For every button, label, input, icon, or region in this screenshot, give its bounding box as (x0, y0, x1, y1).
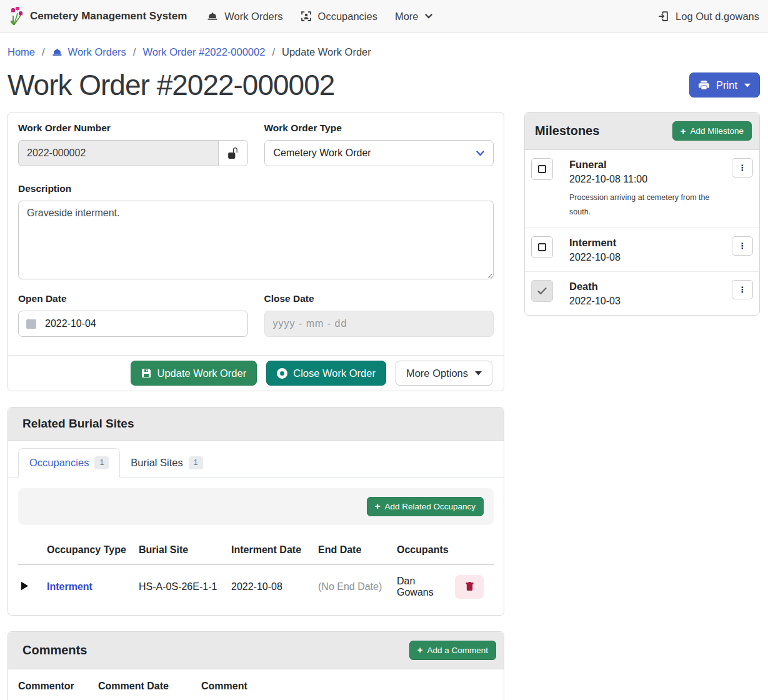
update-work-order-button[interactable]: Update Work Order (131, 361, 257, 386)
milestone-content: Funeral 2022-10-08 11:00 Procession arri… (569, 158, 716, 219)
open-date-input[interactable] (18, 311, 248, 337)
description-textarea[interactable]: Graveside interment. (18, 201, 494, 279)
milestone-description: Procession arriving at cemetery from the… (569, 191, 714, 219)
kebab-icon (739, 241, 747, 251)
milestone-content: Death 2022-10-03 (569, 280, 716, 307)
breadcrumb-work-order[interactable]: Work Order #2022-000002 (142, 46, 265, 58)
kebab-icon (739, 163, 747, 172)
breadcrumb-work-orders[interactable]: Work Orders (52, 46, 126, 58)
add-related-occupancy-label: Add Related Occupancy (384, 502, 476, 511)
milestone-title: Death (569, 281, 716, 292)
work-order-type-select[interactable]: Cemetery Work Order (264, 140, 494, 166)
page-title: Work Order #2022-000002 (7, 68, 334, 102)
close-label: Close Work Order (293, 368, 376, 379)
checkbox-unchecked-icon (538, 243, 546, 251)
work-order-number-input[interactable] (18, 140, 218, 166)
breadcrumb-home[interactable]: Home (7, 46, 35, 58)
more-options-label: More Options (406, 368, 468, 379)
delete-occupancy-button[interactable] (455, 575, 484, 599)
column-header: Occupancy Type (47, 536, 139, 564)
nav-occupancies[interactable]: Occupancies (292, 6, 386, 28)
add-milestone-button[interactable]: Add Milestone (672, 121, 752, 141)
related-burial-sites-card: Related Burial Sites Occupancies 1 Buria… (7, 407, 504, 616)
table-header-row: Commentor Comment Date Comment (18, 672, 494, 700)
check-icon (537, 286, 547, 296)
add-comment-label: Add a Comment (427, 646, 488, 655)
page-header: Work Order #2022-000002 Print (0, 64, 768, 112)
column-header: Comment Date (98, 672, 201, 700)
unlock-button[interactable] (218, 140, 248, 166)
app-title: Cemetery Management System (30, 10, 187, 22)
save-icon (141, 368, 151, 378)
nav-label: Work Orders (224, 11, 282, 22)
milestones-card: Milestones Add Milestone Funeral 2022-10… (524, 112, 760, 316)
open-date-label: Open Date (18, 293, 248, 304)
person-badge-icon (301, 11, 312, 22)
work-order-number-group (18, 140, 248, 166)
interment-date-cell: 2022-10-08 (231, 564, 318, 609)
plus-icon (681, 126, 686, 136)
milestone-date: 2022-10-03 (569, 296, 716, 307)
print-button[interactable]: Print (689, 72, 760, 98)
caret-down-icon (475, 371, 482, 376)
milestones-header: Milestones Add Milestone (525, 112, 759, 150)
app-brand[interactable]: Cemetery Management System (9, 7, 187, 26)
breadcrumb-separator (133, 46, 136, 58)
play-icon (21, 581, 29, 591)
column-header: Occupants (397, 536, 455, 564)
add-related-occupancy-button[interactable]: Add Related Occupancy (367, 497, 484, 516)
milestone-checkbox[interactable] (531, 158, 553, 180)
milestone-content: Interment 2022-10-08 (569, 236, 716, 263)
milestone-title: Interment (569, 237, 716, 249)
checkbox-unchecked-icon (538, 165, 546, 173)
plus-icon (417, 645, 423, 655)
nav-work-orders[interactable]: Work Orders (198, 6, 291, 28)
nav-label: More (395, 11, 419, 22)
nav-more[interactable]: More (386, 6, 441, 28)
expand-row-button[interactable] (18, 580, 31, 594)
tab-label: Burial Sites (131, 457, 182, 469)
close-date-input[interactable] (264, 311, 494, 337)
close-work-order-button[interactable]: Close Work Order (266, 361, 386, 386)
column-header: Burial Site (139, 536, 231, 564)
related-title: Related Burial Sites (22, 417, 489, 431)
add-milestone-label: Add Milestone (690, 126, 744, 136)
update-label: Update Work Order (157, 368, 246, 379)
breadcrumb-separator (42, 46, 45, 58)
milestone-checkbox[interactable] (531, 236, 553, 258)
actions-column-header (455, 536, 494, 564)
tab-burial-sites[interactable]: Burial Sites 1 (120, 448, 213, 478)
trash-icon (465, 582, 474, 591)
milestone-menu-button[interactable] (732, 158, 753, 178)
column-header: Commentor (18, 672, 98, 700)
milestone-menu-button[interactable] (732, 280, 753, 299)
chevron-down-icon (425, 14, 432, 19)
milestones-title: Milestones (535, 124, 599, 138)
caret-down-icon (744, 83, 751, 88)
more-options-button[interactable]: More Options (396, 361, 492, 386)
breadcrumb-label: Work Orders (68, 46, 126, 58)
milestone-menu-button[interactable] (732, 236, 753, 256)
milestone-title: Funeral (569, 159, 716, 171)
description-label: Description (18, 183, 494, 194)
occupancy-link[interactable]: Interment (47, 581, 92, 592)
chevron-down-icon (476, 151, 484, 156)
tab-occupancies[interactable]: Occupancies 1 (18, 448, 120, 478)
milestone-item: Funeral 2022-10-08 11:00 Procession arri… (525, 150, 759, 228)
milestone-checkbox[interactable] (531, 280, 553, 302)
calendar-icon (26, 319, 36, 329)
add-comment-button[interactable]: Add a Comment (409, 641, 496, 660)
logout-link[interactable]: Log Out d.gowans (658, 11, 759, 22)
close-date-label: Close Date (264, 293, 494, 304)
related-tabs: Occupancies 1 Burial Sites 1 (8, 441, 504, 478)
printer-icon (699, 80, 709, 91)
column-header: Interment Date (231, 536, 318, 564)
breadcrumb-current: Update Work Order (282, 46, 371, 58)
work-order-form-card: Work Order Number Work Order Type (7, 112, 504, 391)
milestone-date: 2022-10-08 11:00 (569, 174, 716, 185)
work-order-type-value: Cemetery Work Order (274, 148, 371, 159)
open-date-group (18, 311, 248, 337)
right-column: Milestones Add Milestone Funeral 2022-10… (524, 112, 760, 316)
end-date-cell: (No End Date) (318, 564, 397, 609)
comments-card: Comments Add a Comment Commentor Comment… (7, 631, 504, 700)
